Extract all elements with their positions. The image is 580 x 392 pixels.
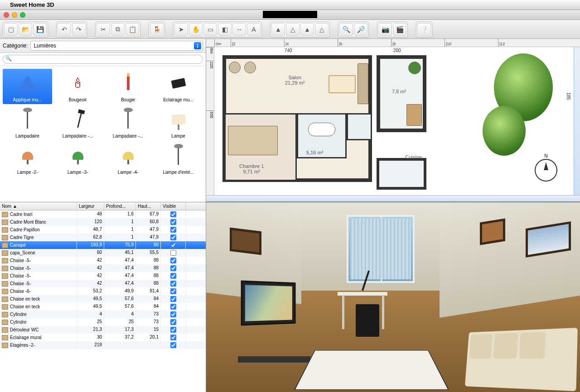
visible-checkbox[interactable] [170, 219, 176, 225]
cut-icon[interactable]: ✂ [97, 23, 110, 36]
table-row[interactable]: Chaise en teck49,557,684 [0, 303, 206, 311]
visible-checkbox[interactable] [170, 250, 176, 256]
copy-icon[interactable]: ⧉ [111, 23, 125, 36]
furniture-bed[interactable] [228, 126, 278, 155]
table-row[interactable]: Cadre Tigre62,8147,9 [0, 234, 206, 241]
visible-checkbox[interactable] [170, 327, 176, 333]
create-photo-icon[interactable]: 📷 [378, 23, 392, 36]
visible-checkbox[interactable] [170, 258, 176, 263]
new-file-icon[interactable]: ▢ [4, 23, 18, 36]
furniture-row-icon [2, 273, 8, 279]
table-row[interactable]: Cadre Papillon48,7147,9 [0, 226, 206, 234]
catalog-item[interactable]: Lampe [154, 105, 203, 140]
table-row[interactable]: Canapé193,975,980 [0, 241, 206, 249]
visible-checkbox[interactable] [170, 319, 176, 325]
table-row[interactable]: Cadre Mont Blanc120160,8 [0, 218, 206, 226]
table-row[interactable]: Chaise -6-53,249,981,4 [0, 287, 206, 295]
minimize-window-button[interactable] [12, 12, 17, 18]
col-height[interactable]: Haut... [136, 202, 161, 210]
table-row[interactable]: Chaise -5-4247,488 [0, 257, 206, 264]
category-select[interactable]: Lumières ▲▼ [30, 41, 203, 51]
save-file-icon[interactable]: 💾 [33, 23, 47, 36]
redo-icon[interactable]: ↷ [72, 23, 86, 36]
app-menu-title[interactable]: Sweet Home 3D [10, 1, 54, 8]
table-row[interactable]: Cylindre252573 [0, 318, 206, 326]
table-row[interactable]: Cylindre4473 [0, 311, 206, 318]
table-row[interactable]: Chaise en teck49,557,684 [0, 295, 206, 303]
plan-scale-4-icon[interactable]: △ [315, 23, 329, 36]
plan-scale-1-icon[interactable]: ▲ [271, 23, 285, 36]
plan-scale-2-icon[interactable]: △ [286, 23, 300, 36]
table-row[interactable]: Chaise -5-4247,488 [0, 272, 206, 280]
zoom-out-icon[interactable]: 🔎 [354, 23, 367, 36]
zoom-in-icon[interactable]: 🔍 [339, 23, 353, 36]
undo-icon[interactable]: ↶ [58, 23, 71, 36]
furniture-deckchair[interactable] [406, 104, 422, 126]
visible-checkbox[interactable] [170, 304, 176, 310]
visible-checkbox[interactable] [170, 265, 176, 271]
visible-checkbox[interactable] [170, 281, 176, 287]
visible-checkbox[interactable] [170, 288, 176, 294]
table-row[interactable]: Etagères -2-218 [0, 341, 206, 349]
col-width[interactable]: Largeur [77, 202, 104, 210]
select-icon[interactable]: ➤ [174, 23, 188, 36]
furniture-plant[interactable] [408, 62, 421, 74]
visible-checkbox[interactable] [170, 211, 176, 217]
visible-checkbox[interactable] [170, 342, 176, 348]
3d-view-panel[interactable] [206, 202, 580, 392]
close-window-button[interactable] [4, 12, 9, 18]
visible-checkbox[interactable] [170, 242, 176, 248]
floor-plan-view[interactable]: 0m|2|4|6|8|10|12 0m220335 740 200 185 Sa… [206, 39, 580, 202]
visible-checkbox[interactable] [170, 311, 176, 317]
catalog-item[interactable]: Lampe -2- [3, 141, 52, 177]
visible-checkbox[interactable] [170, 273, 176, 279]
add-furniture-icon[interactable]: 🪑 [150, 23, 164, 36]
catalog-item[interactable]: Eclairage mu... [154, 69, 203, 104]
catalog-search-input[interactable] [3, 55, 203, 64]
catalog-item[interactable]: Lampadaire [3, 105, 52, 140]
pan-icon[interactable]: ✋ [189, 23, 203, 36]
create-video-icon[interactable]: 🎬 [393, 23, 406, 36]
compass-icon[interactable] [535, 159, 557, 182]
zoom-window-button[interactable] [20, 12, 25, 18]
visible-checkbox[interactable] [170, 335, 176, 340]
plant-tree[interactable] [483, 106, 526, 156]
table-row[interactable]: Chaise -5-4247,488 [0, 280, 206, 287]
create-dimensions-icon[interactable]: ↔ [232, 23, 246, 36]
create-rooms-icon[interactable]: ◧ [218, 23, 232, 36]
catalog-item[interactable]: Lampe -3- [53, 141, 102, 177]
catalog-item[interactable]: 🕯Bougeoir [53, 69, 102, 104]
furniture-list-header[interactable]: Nom ▲ Largeur Profond... Haut... Visible [0, 202, 206, 210]
visible-checkbox[interactable] [170, 234, 176, 240]
catalog-item[interactable]: Lampe d'exté... [154, 141, 203, 177]
furniture-rug[interactable] [329, 75, 356, 93]
plan-canvas[interactable]: 740 200 185 Salon 21,29 m² Chambre 1 9,7… [214, 47, 580, 195]
create-text-icon[interactable]: A [247, 23, 261, 36]
catalog-item[interactable]: Lampadaire -... [103, 105, 153, 140]
table-row[interactable]: Chaise -5-4247,488 [0, 264, 206, 272]
furniture-table[interactable] [244, 62, 256, 73]
open-file-icon[interactable]: 📂 [19, 23, 32, 36]
catalog-item[interactable]: Applique mu... [3, 69, 52, 104]
table-row[interactable]: Dérouleur WC21,317,315 [0, 326, 206, 334]
col-name[interactable]: Nom ▲ [0, 202, 77, 210]
paste-icon[interactable]: 📋 [126, 23, 139, 36]
furniture-bathtub[interactable] [308, 123, 335, 136]
help-icon[interactable]: ❔ [417, 23, 431, 36]
catalog-item[interactable]: Lampadaire -... [53, 105, 102, 140]
table-row[interactable]: capa_Scene6045,155,5 [0, 249, 206, 257]
create-walls-icon[interactable]: ▭ [203, 23, 217, 36]
plan-vertical-scrollbar[interactable] [574, 47, 580, 195]
plan-horizontal-scrollbar[interactable] [206, 195, 580, 201]
catalog-item[interactable]: Lampe -4- [103, 141, 153, 177]
col-visible[interactable]: Visible [161, 202, 186, 210]
table-row[interactable]: Eclairage mural3037,220,1 [0, 334, 206, 341]
catalog-item[interactable]: Bougie [103, 69, 153, 104]
plan-scale-3-icon[interactable]: ▲ [300, 23, 314, 36]
col-depth[interactable]: Profond... [104, 202, 136, 210]
furniture-sofa[interactable] [358, 63, 368, 104]
table-row[interactable]: Cadre Inari481,667,9 [0, 210, 206, 218]
visible-checkbox[interactable] [170, 296, 176, 302]
furniture-table[interactable] [229, 62, 241, 73]
visible-checkbox[interactable] [170, 227, 176, 233]
